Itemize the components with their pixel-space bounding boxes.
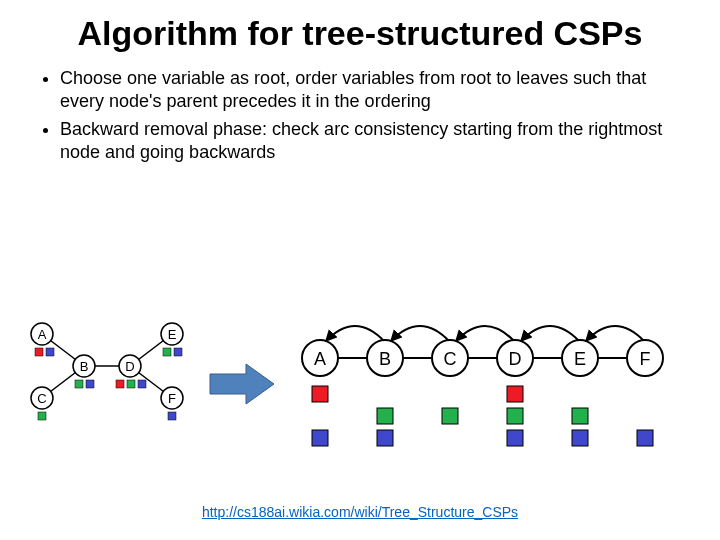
- svg-text:E: E: [168, 327, 177, 342]
- svg-text:F: F: [168, 391, 176, 406]
- svg-rect-56: [637, 430, 653, 446]
- svg-rect-20: [75, 380, 83, 388]
- bullet-1: Choose one variable as root, order varia…: [60, 67, 680, 112]
- svg-rect-52: [507, 408, 523, 424]
- bullet-2: Backward removal phase: check arc consis…: [60, 118, 680, 163]
- svg-text:B: B: [379, 349, 391, 369]
- svg-rect-25: [163, 348, 171, 356]
- linear-diagram: A B C D E F: [290, 310, 700, 460]
- linear-node-D: D: [497, 340, 533, 376]
- svg-text:F: F: [640, 349, 651, 369]
- svg-rect-55: [572, 430, 588, 446]
- tree-node-F: F: [161, 387, 183, 409]
- svg-rect-46: [312, 386, 328, 402]
- svg-rect-21: [86, 380, 94, 388]
- svg-text:A: A: [38, 327, 47, 342]
- svg-text:A: A: [314, 349, 326, 369]
- svg-rect-49: [377, 430, 393, 446]
- svg-rect-17: [35, 348, 43, 356]
- svg-text:D: D: [125, 359, 134, 374]
- linear-node-F: F: [627, 340, 663, 376]
- svg-text:B: B: [80, 359, 89, 374]
- linear-node-C: C: [432, 340, 468, 376]
- svg-rect-19: [38, 412, 46, 420]
- svg-rect-26: [174, 348, 182, 356]
- svg-rect-24: [138, 380, 146, 388]
- slide-title: Algorithm for tree-structured CSPs: [0, 14, 720, 53]
- svg-rect-22: [116, 380, 124, 388]
- source-link[interactable]: http://cs188ai.wikia.com/wiki/Tree_Struc…: [202, 504, 518, 520]
- linear-node-B: B: [367, 340, 403, 376]
- svg-rect-54: [572, 408, 588, 424]
- svg-rect-27: [168, 412, 176, 420]
- bullet-list: Choose one variable as root, order varia…: [40, 67, 680, 163]
- linear-node-A: A: [302, 340, 338, 376]
- svg-rect-23: [127, 380, 135, 388]
- svg-text:C: C: [444, 349, 457, 369]
- tree-node-A: A: [31, 323, 53, 345]
- svg-rect-50: [442, 408, 458, 424]
- svg-text:E: E: [574, 349, 586, 369]
- diagram-area: A C B D E F: [20, 310, 700, 470]
- svg-marker-28: [210, 364, 274, 404]
- svg-text:D: D: [509, 349, 522, 369]
- svg-rect-47: [312, 430, 328, 446]
- tree-node-C: C: [31, 387, 53, 409]
- svg-text:C: C: [37, 391, 46, 406]
- arrow-icon: [208, 362, 278, 406]
- tree-node-B: B: [73, 355, 95, 377]
- svg-rect-18: [46, 348, 54, 356]
- source-link-container: http://cs188ai.wikia.com/wiki/Tree_Struc…: [0, 504, 720, 520]
- tree-diagram: A C B D E F: [20, 310, 200, 440]
- linear-node-E: E: [562, 340, 598, 376]
- tree-node-D: D: [119, 355, 141, 377]
- svg-rect-53: [507, 430, 523, 446]
- svg-rect-51: [507, 386, 523, 402]
- tree-node-E: E: [161, 323, 183, 345]
- svg-rect-48: [377, 408, 393, 424]
